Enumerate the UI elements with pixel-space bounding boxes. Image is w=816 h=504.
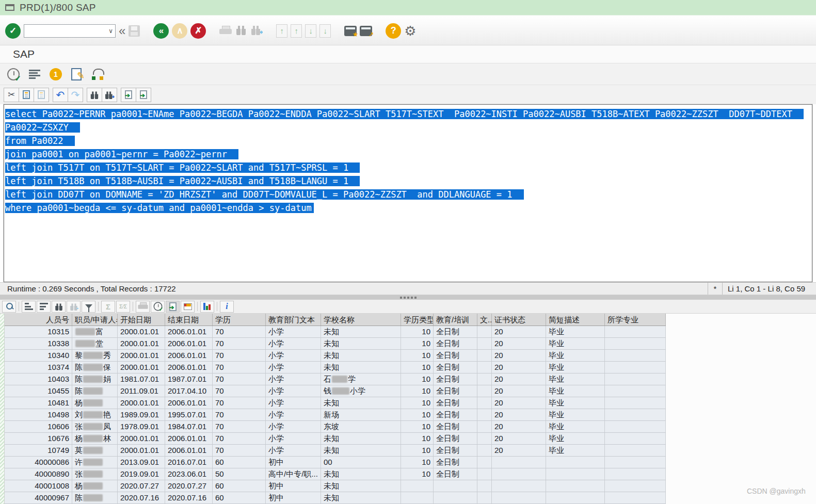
column-header-cert[interactable]: 证书状态 xyxy=(492,314,546,326)
enter-button[interactable]: ✓ xyxy=(5,23,21,39)
cell-begda[interactable]: 2013.09.01 xyxy=(118,457,165,468)
cell-type[interactable]: 10 xyxy=(401,468,434,480)
cell-slart[interactable]: 70 xyxy=(213,385,266,397)
cell-slart[interactable]: 70 xyxy=(213,373,266,385)
sql-line[interactable]: from Pa0022 xyxy=(5,134,812,148)
cell-type[interactable]: 10 xyxy=(401,409,434,420)
cell-edu[interactable]: 全日制 xyxy=(434,468,477,480)
editor-find-button[interactable] xyxy=(87,88,102,102)
cell-edu[interactable]: 全日制 xyxy=(434,338,477,349)
cell-type[interactable]: 10 xyxy=(401,350,434,361)
cell-wen[interactable] xyxy=(477,468,492,480)
cell-edu[interactable]: 全日制 xyxy=(434,362,477,373)
cell-endda[interactable]: 2020.07.16 xyxy=(165,492,213,503)
cell-pernr[interactable]: 10498 xyxy=(5,409,72,420)
cell-type[interactable]: 10 xyxy=(401,373,434,385)
cell-endda[interactable]: 2006.01.01 xyxy=(165,362,213,373)
cell-endda[interactable]: 2006.01.01 xyxy=(165,445,213,456)
cell-type[interactable]: 10 xyxy=(401,445,434,456)
cell-desc[interactable] xyxy=(546,492,605,503)
cell-cert[interactable] xyxy=(492,457,546,468)
cell-stext[interactable]: 小学 xyxy=(266,421,321,432)
cell-type[interactable]: 10 xyxy=(401,397,434,409)
cell-name[interactable]: 陈 xyxy=(72,385,118,397)
cell-school[interactable]: 新场 xyxy=(321,409,401,420)
cell-endda[interactable]: 2006.01.01 xyxy=(165,433,213,444)
cell-begda[interactable]: 2000.01.01 xyxy=(118,397,165,409)
sql-line[interactable]: select Pa0022~PERNR pa0001~ENAme Pa0022~… xyxy=(5,107,812,121)
cell-endda[interactable]: 1995.07.01 xyxy=(165,409,213,420)
sort-ascending-button[interactable] xyxy=(22,301,36,313)
column-header-pernr[interactable]: 人员号 xyxy=(5,314,72,326)
cell-wen[interactable] xyxy=(477,373,492,385)
cell-begda[interactable]: 2000.01.01 xyxy=(118,350,165,361)
cell-stext[interactable]: 高中/中专/职... xyxy=(266,468,321,480)
cell-endda[interactable]: 1984.07.01 xyxy=(165,421,213,432)
cell-pernr[interactable]: 10455 xyxy=(5,385,72,397)
cell-major[interactable] xyxy=(605,433,666,444)
views-button[interactable] xyxy=(151,301,165,313)
cell-major[interactable] xyxy=(605,457,666,468)
cell-school[interactable]: 未知 xyxy=(321,350,401,361)
column-header-endda[interactable]: 结束日期 xyxy=(165,314,213,326)
cell-desc[interactable]: 毕业 xyxy=(546,385,605,397)
cell-major[interactable] xyxy=(605,492,666,503)
sql-line[interactable]: join pa0001 on pa0001~pernr = Pa0022~per… xyxy=(5,148,812,161)
cell-name[interactable]: 张凤 xyxy=(72,421,118,432)
cell-cert[interactable]: 20 xyxy=(492,362,546,373)
table-row[interactable]: 10676杨林2000.01.012006.01.0170小学未知10全日制20… xyxy=(5,433,666,445)
cell-stext[interactable]: 小学 xyxy=(266,338,321,349)
cell-school[interactable]: 东坡 xyxy=(321,421,401,432)
cell-slart[interactable]: 70 xyxy=(213,433,266,444)
table-row[interactable]: 10498刘艳1989.09.011995.07.0170小学新场10全日制20… xyxy=(5,409,666,421)
grid-print-button[interactable] xyxy=(136,301,150,313)
cell-stext[interactable]: 初中 xyxy=(266,480,321,492)
graphic-button[interactable] xyxy=(200,301,214,313)
cell-slart[interactable]: 70 xyxy=(213,326,266,337)
cell-school[interactable]: 未知 xyxy=(321,480,401,492)
cell-pernr[interactable]: 10374 xyxy=(5,362,72,373)
redo-button[interactable]: ↷ xyxy=(68,88,83,102)
cell-pernr[interactable]: 10403 xyxy=(5,373,72,385)
cell-endda[interactable]: 2006.01.01 xyxy=(165,338,213,349)
cell-wen[interactable] xyxy=(477,433,492,444)
print-icon[interactable] xyxy=(219,26,232,36)
back-button[interactable]: « xyxy=(153,23,169,39)
grid-find-next-button[interactable] xyxy=(67,301,81,313)
cell-stext[interactable]: 小学 xyxy=(266,397,321,409)
cell-major[interactable] xyxy=(605,373,666,385)
cell-edu[interactable]: 全日制 xyxy=(434,350,477,361)
cell-name[interactable]: 莫 xyxy=(72,445,118,456)
cell-slart[interactable]: 70 xyxy=(213,445,266,456)
cell-cert[interactable]: 20 xyxy=(492,397,546,409)
cell-major[interactable] xyxy=(605,480,666,492)
cell-begda[interactable]: 2020.07.27 xyxy=(118,480,165,492)
cell-stext[interactable]: 初中 xyxy=(266,492,321,503)
cell-major[interactable] xyxy=(605,445,666,456)
cell-wen[interactable] xyxy=(477,480,492,492)
cell-school[interactable]: 未知 xyxy=(321,362,401,373)
cell-name[interactable]: 杨 xyxy=(72,397,118,409)
cell-school[interactable]: 未知 xyxy=(321,468,401,480)
cell-school[interactable]: 00 xyxy=(321,457,401,468)
cell-stext[interactable]: 小学 xyxy=(266,350,321,361)
cell-cert[interactable]: 20 xyxy=(492,385,546,397)
sql-line[interactable]: where pa0001~begda <= sy-datum and pa000… xyxy=(5,201,812,215)
cell-stext[interactable]: 小学 xyxy=(266,385,321,397)
cell-name[interactable]: 许 xyxy=(72,457,118,468)
cell-desc[interactable]: 毕业 xyxy=(546,362,605,373)
export-buffer-button[interactable] xyxy=(136,88,151,102)
cell-edu[interactable]: 全日制 xyxy=(434,445,477,456)
page-up-button[interactable]: ↑ xyxy=(291,24,302,38)
column-header-begda[interactable]: 开始日期 xyxy=(118,314,165,326)
cell-desc[interactable]: 毕业 xyxy=(546,373,605,385)
cell-slart[interactable]: 70 xyxy=(213,397,266,409)
cell-wen[interactable] xyxy=(477,457,492,468)
cell-major[interactable] xyxy=(605,326,666,337)
column-header-type[interactable]: 学历类型 xyxy=(401,314,434,326)
cell-school[interactable]: 未知 xyxy=(321,338,401,349)
cell-endda[interactable]: 2006.01.01 xyxy=(165,397,213,409)
cell-cert[interactable]: 20 xyxy=(492,409,546,420)
cell-cert[interactable] xyxy=(492,480,546,492)
editor-find-next-button[interactable] xyxy=(102,88,117,102)
